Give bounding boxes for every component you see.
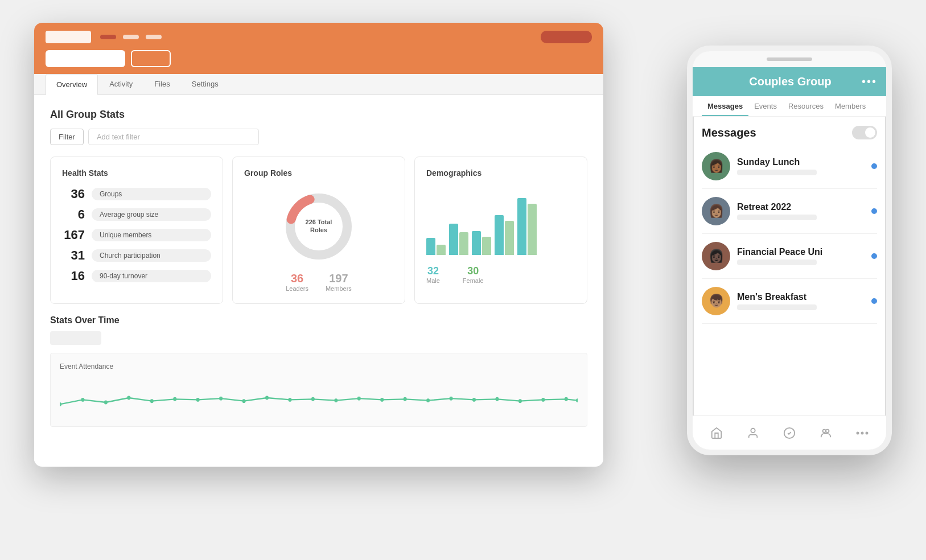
svg-point-24 (518, 399, 522, 403)
svg-point-7 (127, 396, 130, 400)
male-label: Male (426, 277, 440, 284)
svg-point-6 (104, 401, 108, 405)
members-label: 197 Members (326, 272, 352, 292)
browser-top-bar (46, 31, 592, 43)
phone-bottom-nav (693, 415, 886, 450)
stat-label-church-participation: Church participation (92, 249, 211, 262)
svg-point-11 (219, 397, 223, 401)
chart-label: Event Attendance (60, 363, 578, 370)
phone-tab-messages[interactable]: Messages (702, 96, 748, 116)
svg-point-4 (60, 402, 61, 406)
health-stats-title: Health Stats (62, 168, 211, 178)
phone-header: Couples Group ••• (693, 67, 886, 96)
svg-point-31 (826, 429, 829, 433)
stats-over-time-title: Stats Over Time (50, 315, 587, 326)
nav-check-icon[interactable] (781, 425, 797, 441)
message-item-financial[interactable]: 👩🏿 Financial Peace Uni (702, 234, 877, 279)
address-field[interactable] (46, 50, 125, 67)
bar-teal-4 (495, 215, 504, 255)
browser-tabs: Overview Activity Files Settings (34, 74, 603, 95)
messages-toggle[interactable] (852, 126, 877, 139)
male-stat: 32 Male (426, 265, 440, 284)
message-title-sunday-lunch: Sunday Lunch (737, 157, 865, 167)
phone-tab-resources[interactable]: Resources (783, 96, 829, 116)
nav-dot-3 (146, 35, 162, 39)
stat-row-turnover: 16 90-day turnover (62, 269, 211, 283)
stats-over-time-section: Stats Over Time Event Attendance (50, 315, 587, 427)
unread-dot-retreat (871, 208, 877, 214)
time-filter[interactable] (50, 331, 101, 345)
tab-files[interactable]: Files (144, 74, 180, 94)
female-label: Female (463, 277, 484, 284)
avatar-mens-breakfast: 👦🏽 (702, 287, 730, 315)
message-preview-retreat (737, 215, 817, 220)
messages-section-header: Messages (693, 117, 886, 144)
svg-point-9 (173, 397, 176, 401)
phone-tab-events[interactable]: Events (748, 96, 783, 116)
bar-green-4 (505, 221, 514, 255)
svg-point-13 (265, 396, 269, 400)
svg-point-26 (565, 397, 568, 401)
svg-point-5 (81, 398, 84, 402)
stats-grid: Health Stats 36 Groups 6 Average group s… (50, 157, 587, 304)
nav-groups-icon[interactable] (818, 425, 834, 441)
svg-point-8 (150, 399, 154, 403)
bar-teal-5 (517, 198, 526, 255)
tab-activity[interactable]: Activity (99, 74, 143, 94)
unread-dot-mens-breakfast (871, 298, 877, 304)
phone-status-bar (693, 51, 886, 67)
line-chart (60, 375, 578, 421)
nav-more-icon[interactable] (854, 425, 870, 441)
stat-row-groups: 36 Groups (62, 187, 211, 201)
svg-point-32 (857, 431, 859, 434)
stat-number-groups: 36 (62, 187, 85, 201)
tab-overview[interactable]: Overview (46, 74, 98, 95)
svg-point-17 (357, 397, 361, 401)
stat-number-turnover: 16 (62, 269, 85, 283)
filter-button[interactable]: Filter (50, 129, 84, 145)
bar-green-2 (459, 232, 468, 255)
address-go-button[interactable] (131, 50, 171, 67)
svg-point-27 (576, 398, 578, 402)
svg-point-18 (380, 398, 384, 402)
message-item-mens-breakfast[interactable]: 👦🏽 Men's Breakfast (702, 279, 877, 324)
svg-text:226 Total: 226 Total (306, 219, 332, 225)
bar-teal-1 (426, 238, 435, 255)
nav-contacts-icon[interactable] (745, 425, 761, 441)
female-count: 30 (463, 265, 484, 277)
phone-tab-members[interactable]: Members (829, 96, 871, 116)
message-item-retreat[interactable]: 👩🏽 Retreat 2022 (702, 189, 877, 234)
svg-point-28 (751, 428, 755, 432)
bar-teal-3 (472, 231, 481, 255)
svg-point-16 (334, 398, 338, 402)
more-options-icon[interactable]: ••• (862, 75, 877, 88)
bar-group-2 (449, 224, 468, 255)
filter-text-field[interactable]: Add text filter (88, 129, 259, 145)
svg-point-19 (404, 397, 407, 401)
bar-group-3 (472, 231, 491, 255)
svg-point-25 (541, 398, 545, 402)
message-content-financial: Financial Peace Uni (737, 247, 865, 265)
nav-home-icon[interactable] (709, 425, 725, 441)
browser-right-button[interactable] (541, 31, 592, 43)
svg-text:Roles: Roles (310, 227, 327, 233)
bar-green-3 (482, 237, 491, 255)
stat-number-church-participation: 31 (62, 248, 85, 263)
tab-settings[interactable]: Settings (182, 74, 229, 94)
chart-area: Event Attendance (50, 353, 587, 427)
message-title-financial: Financial Peace Uni (737, 247, 865, 257)
leaders-count: 36 (286, 272, 308, 285)
stat-label-groups: Groups (92, 188, 211, 200)
group-roles-card: Group Roles 226 Total Roles 36 (232, 157, 405, 304)
avatar-retreat: 👩🏽 (702, 197, 730, 225)
message-preview-mens-breakfast (737, 304, 817, 310)
messages-section-title: Messages (702, 126, 756, 139)
demographics-chart (426, 187, 575, 261)
message-item-sunday-lunch[interactable]: 👩🏾 Sunday Lunch (702, 144, 877, 189)
message-title-mens-breakfast: Men's Breakfast (737, 292, 865, 302)
svg-point-21 (450, 397, 453, 401)
message-content-retreat: Retreat 2022 (737, 202, 865, 220)
browser-content: All Group Stats Filter Add text filter H… (34, 95, 603, 463)
message-list: 👩🏾 Sunday Lunch 👩🏽 Retreat 2022 👩🏿 Finan… (693, 144, 886, 324)
stat-row-church-participation: 31 Church participation (62, 248, 211, 263)
